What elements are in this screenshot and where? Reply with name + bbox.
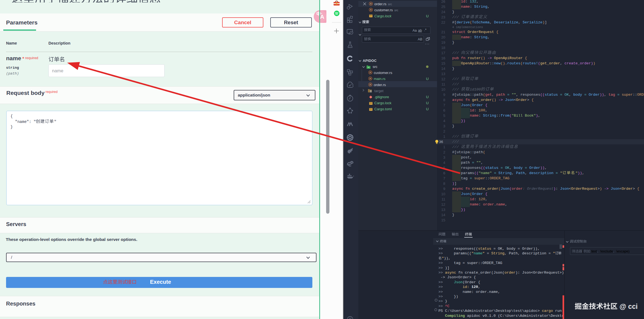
svg-text:R: R (369, 77, 371, 80)
svg-text:R: R (370, 2, 372, 5)
svg-text:R: R (369, 71, 371, 74)
svg-text:R: R (369, 83, 371, 86)
svg-text:R: R (370, 9, 372, 11)
